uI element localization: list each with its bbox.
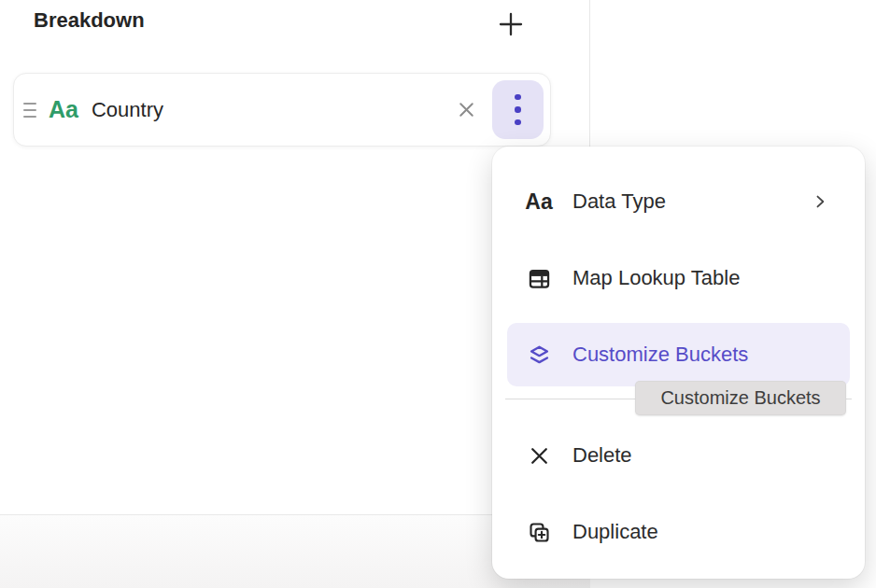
table-icon [526,266,552,291]
stack-layers-icon [526,343,552,368]
menu-item-label: Map Lookup Table [572,266,740,290]
plus-icon [497,10,525,38]
tooltip: Customize Buckets [635,381,846,415]
menu-item-delete[interactable]: Delete [507,417,850,494]
kebab-icon [515,94,521,126]
delete-x-icon [526,444,552,468]
tooltip-text: Customize Buckets [660,387,820,409]
field-type-icon: Aa [49,98,78,121]
menu-item-label: Delete [572,443,632,468]
add-breakdown-button[interactable] [494,7,528,41]
field-options-menu: Aa Data Type Map Lookup Table [492,147,865,579]
menu-item-data-type[interactable]: Aa Data Type [507,163,850,240]
screen: Breakdown Aa Country Aa Data Ty [0,0,876,588]
remove-field-button[interactable] [452,96,480,124]
breakdown-field-card[interactable]: Aa Country [13,73,551,147]
menu-item-duplicate[interactable]: Duplicate [507,494,850,570]
menu-item-label: Data Type [572,189,666,214]
field-more-options-button[interactable] [492,80,544,139]
duplicate-copy-icon [526,520,552,545]
menu-item-label: Customize Buckets [572,343,748,367]
drag-handle-icon[interactable] [21,99,38,121]
menu-item-map-lookup-table[interactable]: Map Lookup Table [507,240,850,316]
menu-item-label: Duplicate [572,520,658,544]
chevron-right-icon [811,192,829,211]
field-name: Country [92,98,163,122]
close-icon [455,98,478,121]
page-title: Breakdown [34,8,145,33]
data-type-icon: Aa [526,191,552,213]
menu-item-customize-buckets[interactable]: Customize Buckets [507,323,850,386]
